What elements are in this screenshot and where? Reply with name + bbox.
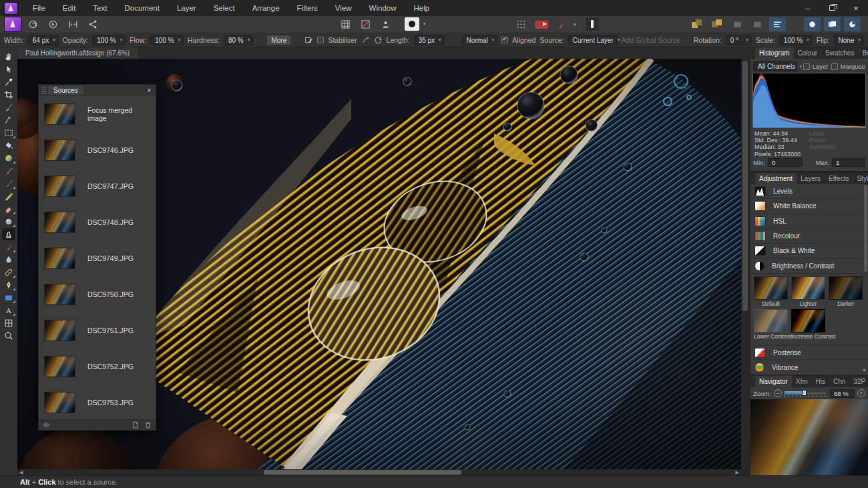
rope-stabiliser-icon[interactable] <box>361 35 370 45</box>
layer-checkbox[interactable] <box>803 63 810 70</box>
source-item[interactable]: DSC9750.JPG <box>39 276 156 312</box>
zoom-tool[interactable] <box>2 330 15 342</box>
tab-effects[interactable]: Effects <box>825 173 853 184</box>
insert-behind-icon[interactable] <box>709 17 726 31</box>
adjustment-black-white[interactable]: Black & White <box>750 244 868 258</box>
quick-mask-icon[interactable] <box>405 17 419 31</box>
source-item[interactable]: DSC9752.JPG <box>39 348 156 385</box>
brush-defaults-dropdown-arrow-icon[interactable]: ▾ <box>574 22 576 27</box>
view-pie-icon[interactable] <box>844 17 861 31</box>
scroll-left-arrow-icon[interactable]: ◀ <box>19 470 23 475</box>
photo-persona-icon[interactable] <box>5 17 21 31</box>
aligned-checkbox[interactable] <box>501 37 508 43</box>
scale-dropdown[interactable]: 100 % <box>779 35 813 45</box>
navigator-preview[interactable] <box>750 399 868 475</box>
develop-persona-icon[interactable] <box>45 17 61 31</box>
source-item[interactable]: Focus merged image <box>39 96 156 132</box>
horizontal-scroll-thumb[interactable] <box>264 470 461 475</box>
close-button[interactable]: × <box>844 0 868 16</box>
preset-lighter[interactable]: Lighter <box>791 276 825 307</box>
adjustment-levels[interactable]: Levels <box>750 184 868 199</box>
insert-inside-icon[interactable] <box>689 17 706 31</box>
menu-view[interactable]: View <box>327 0 361 16</box>
delete-trash-icon[interactable] <box>144 421 152 429</box>
adjustment-vibrance[interactable]: Vibrance <box>750 360 868 375</box>
tab-32p[interactable]: 32P <box>849 376 868 387</box>
gradient-tool[interactable] <box>2 152 15 164</box>
sources-close-icon[interactable]: × <box>142 87 156 94</box>
menu-edit[interactable]: Edit <box>54 0 85 16</box>
new-source-page-icon[interactable] <box>132 421 139 429</box>
zoom-out-button[interactable]: − <box>774 389 782 397</box>
source-dropdown[interactable]: Current Layer <box>568 35 618 45</box>
pen-tool[interactable] <box>2 279 15 291</box>
menu-file[interactable]: File <box>24 0 54 16</box>
sources-panel-header[interactable]: Sources × <box>39 85 156 96</box>
source-item[interactable]: DSC9748.JPG <box>39 204 156 240</box>
view-tool[interactable] <box>2 51 15 63</box>
preset-increase-contrast[interactable]: Increase Contrast <box>791 309 825 340</box>
minimize-button[interactable]: – <box>796 0 820 16</box>
canvas-vertical-scrollbar[interactable] <box>741 59 749 469</box>
tab-navigator[interactable]: Navigator <box>755 376 792 387</box>
paint-brush-tool[interactable] <box>2 165 15 177</box>
min-input[interactable]: 0 <box>768 158 803 167</box>
preset-darker[interactable]: Darker <box>829 276 863 307</box>
blur-brush-tool[interactable] <box>2 254 15 266</box>
text-tool[interactable] <box>2 304 15 316</box>
source-item[interactable]: DSC9749.JPG <box>39 240 156 276</box>
assistant-icon[interactable] <box>377 17 394 31</box>
menu-document[interactable]: Document <box>116 0 168 16</box>
zoom-value-input[interactable]: 68 % <box>830 389 855 398</box>
flow-dropdown[interactable]: 100 % <box>150 35 184 45</box>
visibility-eye-icon[interactable] <box>43 421 50 429</box>
tone-mapping-persona-icon[interactable] <box>65 17 81 31</box>
crop-tool[interactable] <box>2 89 15 101</box>
vertical-scroll-thumb[interactable] <box>742 61 748 311</box>
scroll-right-arrow-icon[interactable]: ▶ <box>736 470 739 475</box>
rotation-dropdown[interactable]: 0 ° <box>726 35 752 45</box>
quick-mask-dropdown-arrow-icon[interactable]: ▾ <box>423 21 426 27</box>
selection-brush-tool[interactable] <box>2 101 15 113</box>
tab-chn[interactable]: Chn <box>829 376 849 387</box>
width-dropdown[interactable]: 64 px <box>28 35 59 45</box>
drag-handle-icon[interactable] <box>41 87 46 94</box>
edit-all-layers-icon[interactable] <box>533 17 550 31</box>
adjustment-white-balance[interactable]: White Balance <box>750 199 868 214</box>
preset-default[interactable]: Default <box>754 276 788 307</box>
tab-layers[interactable]: Layers <box>797 173 825 184</box>
window-stabiliser-icon[interactable] <box>374 35 383 45</box>
colour-picker-tool[interactable] <box>2 76 15 88</box>
flood-fill-tool[interactable] <box>2 140 15 152</box>
pixel-grid-icon[interactable] <box>513 17 529 31</box>
adjustment-hsl[interactable]: HSL <box>750 214 868 229</box>
menu-window[interactable]: Window <box>361 0 405 16</box>
liquify-persona-icon[interactable] <box>25 17 41 31</box>
tab-xfm[interactable]: Xfm <box>792 376 812 387</box>
adjustment-recolour[interactable]: Recolour <box>750 229 868 244</box>
flip-dropdown[interactable]: None <box>834 35 864 45</box>
max-input[interactable]: 1 <box>832 158 865 167</box>
source-item[interactable]: DSC9751.JPG <box>39 312 156 348</box>
stabiliser-checkbox[interactable] <box>317 37 324 43</box>
adjustment-scrollbar[interactable] <box>864 185 867 272</box>
colour-replacement-brush-tool[interactable] <box>2 178 15 190</box>
menu-help[interactable]: Help <box>405 0 438 16</box>
healing-brush-tool[interactable] <box>2 241 15 253</box>
snapping-grid-icon[interactable] <box>337 17 354 31</box>
marquee-checkbox[interactable] <box>831 63 838 70</box>
tab-swatches[interactable]: Swatches <box>821 47 858 59</box>
source-item[interactable]: DSC9746.JPG <box>39 132 156 168</box>
snapping-off-icon[interactable] <box>357 17 374 31</box>
document-tab[interactable]: Paul Hollingworth.afdesign (67.6%) <box>17 47 138 59</box>
channel-dropdown[interactable]: All Channels <box>753 61 797 71</box>
adjustment-brightness-contrast[interactable]: Brightness / Contrast <box>750 258 868 273</box>
view-split-icon[interactable] <box>824 17 841 31</box>
brush-defaults-icon[interactable] <box>553 17 570 31</box>
tab-brushes[interactable]: Brushes <box>858 47 868 59</box>
tab-histogram[interactable]: Histogram <box>755 47 794 59</box>
arrange-list-icon[interactable] <box>769 17 786 31</box>
tab-styles[interactable]: Styles <box>853 173 868 184</box>
source-item[interactable]: DSC9747.JPG <box>39 168 156 204</box>
move-tool[interactable] <box>2 63 15 75</box>
